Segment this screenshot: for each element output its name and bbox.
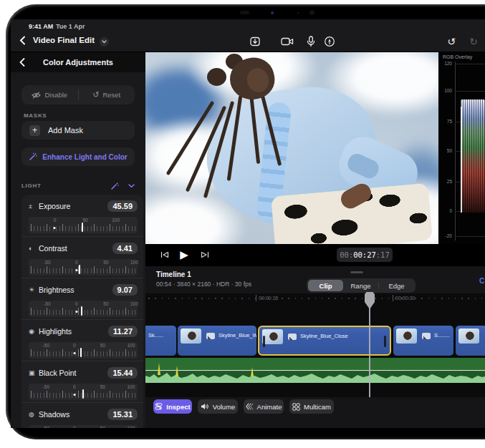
clip-selected[interactable]: Skyline_Blue_Close [258,326,391,356]
value-indicator[interactable] [82,223,83,232]
scale-label: 50 [100,343,105,348]
mode-range[interactable]: Range [343,280,378,291]
value-indicator[interactable] [82,389,84,399]
panel-back-chevron-icon[interactable] [19,58,25,67]
scale-label: 0 [73,384,76,389]
origin-dot [73,352,75,354]
clip-thumbnail [458,328,479,344]
reset-icon: ↺ [92,90,99,99]
clip[interactable]: Skyline_Blue_Wide [178,326,256,356]
chevron-down-icon[interactable] [128,184,135,188]
clip[interactable]: Sk...... [145,326,176,356]
clip[interactable] [456,326,485,356]
add-mask-button[interactable]: + Add Mask [21,121,135,140]
slider-value[interactable]: 4.41 [112,243,138,254]
camera-icon[interactable] [281,35,294,48]
value-indicator[interactable] [80,348,82,357]
status-time: 9:41 AM [29,23,53,30]
project-title[interactable]: Video Final Edit [33,36,95,44]
ruler-label: 00:00:15 [256,295,278,301]
scale-label: 100 [130,301,138,306]
origin-dot [75,311,77,313]
viewer-canvas[interactable] [145,52,438,244]
enhance-light-color-button[interactable]: Enhance Light and Color [21,147,135,166]
next-frame-icon[interactable] [198,249,211,260]
ruler-label: 00:00:30 [393,295,415,301]
scale-label: 0 [73,343,76,348]
trim-handle-left[interactable] [263,336,265,347]
edit-mode-segmented-control: Clip Range Edge [307,278,416,293]
slider-value[interactable]: 15.44 [107,367,138,379]
tool-label: Animate [257,403,282,411]
exposure-slider[interactable]: 0 50 100 [29,217,138,233]
timecode-display[interactable]: 00:00:27:17 [337,248,393,262]
value-indicator[interactable] [81,306,82,316]
cutoff-button[interactable]: C [479,277,485,286]
volume-button[interactable]: Volume [198,399,238,414]
previous-frame-icon[interactable] [158,249,171,260]
multicam-icon [292,403,300,411]
value-indicator[interactable] [79,265,80,274]
scope-tick: 100 [438,88,452,93]
timeline-toolbar: Inspect Volume Animate [145,399,485,414]
panel-drag-handle[interactable] [350,271,363,273]
slider-value[interactable]: 15.31 [107,409,138,420]
inspect-button[interactable]: Inspect [153,399,192,414]
scope-tick: 25 [438,179,452,184]
speaker-icon [201,403,209,410]
origin-dot [73,394,75,396]
brightness-slider[interactable]: -50 0 50 100 [29,301,138,317]
back-chevron-icon[interactable] [19,36,26,45]
scope-tick: 75 [438,119,452,124]
timeline-meta: 00:54 · 3840 × 2160 · HDR · 30 fps [156,281,251,288]
live-drawing-icon[interactable] [323,35,336,48]
multicam-button[interactable]: Multicam [289,399,334,414]
slider-value[interactable]: 45.59 [107,200,138,212]
trim-handle-right[interactable] [384,336,386,347]
photo-icon [288,333,297,340]
black-point-slider[interactable]: -50 0 50 100 [29,384,138,400]
slider-label: Exposure [39,202,70,210]
slider-label: Black Point [39,369,77,377]
play-button[interactable]: ▶ [178,249,191,260]
import-media-icon[interactable] [249,35,261,48]
audio-track[interactable] [145,358,485,383]
playhead-line[interactable] [369,308,370,397]
contrast-slider[interactable]: -50 0 50 100 [29,259,138,276]
enhance-label: Enhance Light and Color [42,153,127,161]
black-point-icon: ▣ [29,369,39,376]
scope-title: RGB Overlay [443,54,472,59]
slider-value[interactable]: 9.07 [112,284,138,296]
screen: 9:41 AM Tue 1 Apr Video Final Edit [11,19,485,428]
undo-icon[interactable]: ↺ [445,35,458,48]
origin-dot [54,227,56,229]
shadows-slider[interactable]: -50 0 50 100 [29,425,138,428]
rgb-overlay-scope: RGB Overlay 120 100 75 50 25 0 -20 [438,52,485,244]
timecode-frames: :17 [376,250,390,259]
tool-label: Volume [213,403,236,411]
gridline [455,236,485,237]
project-menu-chevron-icon[interactable] [100,37,109,47]
reset-button[interactable]: ↺ Reset [79,85,135,104]
animate-button[interactable]: Animate [244,399,284,414]
scale-label: 0 [75,301,78,306]
microphone-icon[interactable] [304,35,317,48]
auto-enhance-icon[interactable] [110,182,119,190]
scale-label: -50 [44,301,50,306]
person-figure [145,52,438,244]
tool-label: Inspect [166,403,190,411]
highlights-slider[interactable]: -50 0 50 100 [29,342,138,359]
inspect-icon [155,403,163,410]
waveform-trace [461,99,485,213]
disable-button[interactable]: Disable [21,85,78,104]
clip[interactable]: S........ [393,326,453,356]
scale-label: 100 [130,260,138,265]
mode-edge[interactable]: Edge [379,280,414,291]
scale-label: 50 [82,218,87,223]
slider-value[interactable]: 11.27 [108,326,138,337]
scale-label: 100 [127,384,135,389]
mode-clip[interactable]: Clip [308,280,343,291]
add-mask-label: Add Mask [48,126,83,135]
masks-section-label: MASKS [24,112,47,119]
gridline [455,64,485,64]
